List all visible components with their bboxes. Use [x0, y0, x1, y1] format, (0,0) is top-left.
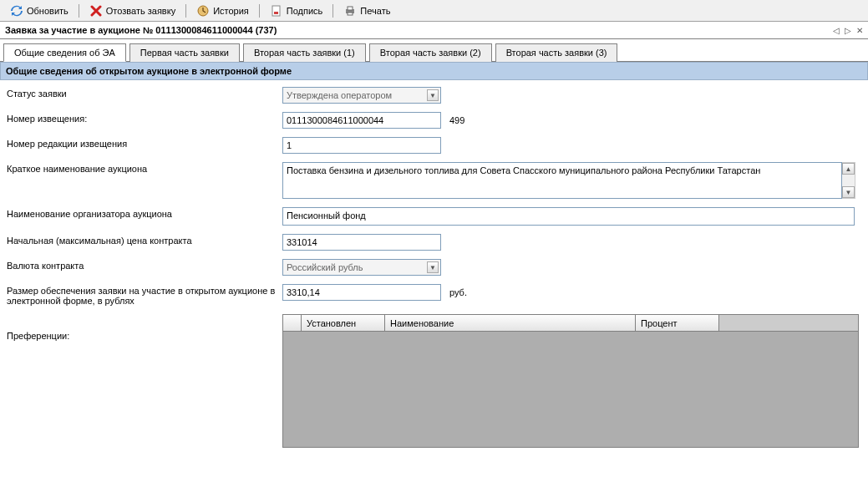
label-deposit: Размер обеспечения заявки на участие в о…: [7, 284, 282, 306]
close-icon[interactable]: ✕: [856, 26, 863, 35]
tab-part2-2[interactable]: Вторая часть заявки (2): [369, 43, 492, 62]
recall-button[interactable]: Отозвать заявку: [84, 3, 180, 19]
tab-part2-1[interactable]: Вторая часть заявки (1): [243, 43, 366, 62]
chevron-down-icon: ▼: [427, 89, 439, 101]
tab-general[interactable]: Общие сведения об ЭА: [3, 43, 126, 62]
tab-strip: Общие сведения об ЭА Первая часть заявки…: [0, 39, 868, 62]
history-label: История: [213, 6, 249, 16]
status-select[interactable]: Утверждена оператором ▼: [282, 87, 441, 104]
window-title: Заявка за участие в аукционе № 011130008…: [5, 25, 277, 35]
grid-col-set[interactable]: Установлен: [302, 315, 385, 332]
label-preferences: Преференции:: [7, 314, 282, 341]
preferences-grid[interactable]: Установлен Наименование Процент: [282, 314, 859, 448]
document-icon: [270, 4, 283, 18]
start-price-input[interactable]: [282, 234, 441, 251]
print-icon: [343, 4, 357, 18]
svg-rect-4: [348, 7, 353, 10]
next-icon[interactable]: ▷: [845, 26, 851, 35]
label-revision-no: Номер редакции извещения: [7, 137, 282, 149]
chevron-down-icon: ▼: [427, 261, 439, 273]
notice-suffix: 499: [449, 115, 464, 125]
recall-label: Отозвать заявку: [106, 6, 175, 16]
scroll-down-icon[interactable]: ▼: [842, 186, 855, 198]
label-status: Статус заявки: [7, 87, 282, 99]
grid-corner: [283, 315, 302, 332]
label-currency: Валюта контракта: [7, 259, 282, 271]
label-notice-no: Номер извещения:: [7, 112, 282, 124]
svg-rect-5: [348, 13, 353, 15]
notice-no-input[interactable]: [282, 112, 441, 129]
grid-body: [283, 332, 858, 447]
svg-rect-2: [274, 12, 278, 14]
grid-filler: [719, 315, 858, 332]
window-controls: ◁ ▷ ✕: [833, 26, 863, 35]
tab-part1[interactable]: Первая часть заявки: [129, 43, 240, 62]
cancel-icon: [89, 4, 103, 18]
textarea-scrollbar[interactable]: ▲ ▼: [842, 162, 855, 199]
label-organizer: Наименование организатора аукциона: [7, 207, 282, 219]
grid-header: Установлен Наименование Процент: [283, 315, 858, 332]
sign-label: Подпись: [287, 6, 323, 16]
revision-no-input[interactable]: [282, 137, 441, 154]
short-name-textarea[interactable]: Поставка бензина и дизельного топлива дл…: [282, 162, 842, 199]
refresh-icon: [10, 4, 23, 18]
currency-select[interactable]: Российский рубль ▼: [282, 259, 441, 276]
deposit-unit: руб.: [449, 287, 467, 297]
organizer-input[interactable]: Пенсионный фонд: [282, 207, 855, 226]
history-button[interactable]: История: [191, 3, 254, 19]
grid-col-percent[interactable]: Процент: [636, 315, 719, 332]
deposit-input[interactable]: [282, 284, 441, 301]
toolbar: Обновить Отозвать заявку История Подпись…: [0, 0, 868, 22]
section-header: Общие сведения об открытом аукционе в эл…: [0, 62, 868, 80]
refresh-button[interactable]: Обновить: [5, 3, 74, 19]
sign-button[interactable]: Подпись: [265, 3, 328, 19]
prev-icon[interactable]: ◁: [833, 26, 840, 35]
label-start-price: Начальная (максимальная) цена контракта: [7, 234, 282, 246]
history-icon: [196, 4, 210, 18]
grid-col-name[interactable]: Наименование: [385, 315, 636, 332]
print-label: Печать: [360, 6, 390, 16]
refresh-label: Обновить: [27, 6, 69, 16]
currency-value: Российский рубль: [287, 262, 363, 272]
svg-rect-1: [272, 6, 280, 16]
window-title-bar: Заявка за участие в аукционе № 011130008…: [0, 22, 868, 39]
form-area: Статус заявки Утверждена оператором ▼ Но…: [0, 80, 868, 463]
print-button[interactable]: Печать: [338, 3, 395, 19]
scroll-up-icon[interactable]: ▲: [842, 163, 855, 175]
label-short-name: Краткое наименование аукциона: [7, 162, 282, 174]
status-value: Утверждена оператором: [287, 90, 392, 100]
tab-part2-3[interactable]: Вторая часть заявки (3): [495, 43, 618, 62]
